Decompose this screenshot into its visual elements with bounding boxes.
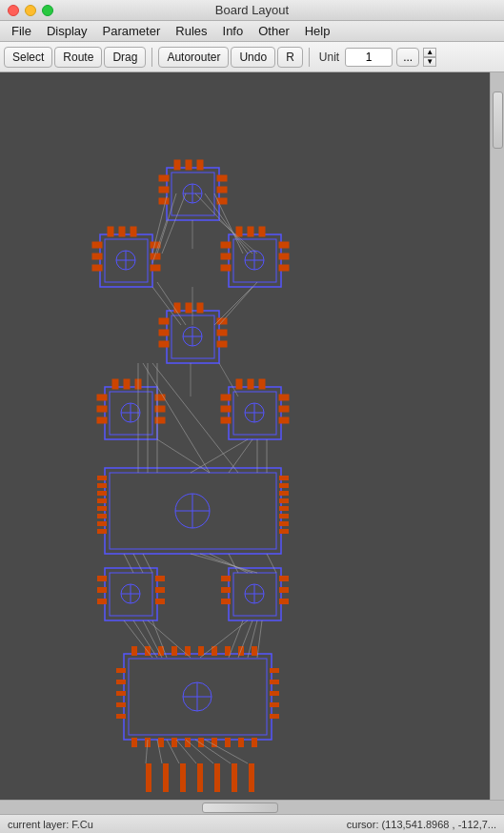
svg-rect-19 [92,265,102,271]
svg-rect-121 [221,599,231,604]
svg-rect-77 [279,406,289,412]
svg-rect-36 [279,265,289,271]
svg-rect-11 [197,160,203,170]
svg-rect-23 [108,227,113,236]
horizontal-scrollbar-thumb[interactable] [202,803,278,813]
svg-rect-123 [279,587,289,593]
svg-rect-25 [131,227,136,236]
svg-rect-53 [197,303,203,313]
canvas-area[interactable] [0,72,490,800]
svg-rect-39 [259,227,265,236]
select-button[interactable]: Select [4,47,52,68]
menu-info[interactable]: Info [215,22,252,40]
menu-rules[interactable]: Rules [168,22,214,40]
svg-rect-76 [279,395,289,400]
svg-rect-168 [232,763,237,792]
cursor-label: cursor: (113,541.8968 , -112,7... [347,819,496,830]
svg-rect-100 [279,514,289,518]
stepper-down[interactable]: ▼ [423,57,436,67]
menu-display[interactable]: Display [39,22,95,40]
svg-rect-66 [124,379,130,389]
svg-rect-10 [186,160,192,170]
horizontal-scrollbar[interactable] [0,800,504,814]
stepper-up[interactable]: ▲ [423,48,436,57]
svg-rect-63 [155,406,165,412]
svg-rect-130 [131,646,137,656]
svg-rect-112 [155,587,165,593]
svg-rect-9 [174,160,180,170]
svg-rect-113 [155,599,165,604]
more-button[interactable]: ... [396,48,419,67]
svg-rect-166 [197,763,203,792]
unit-label: Unit [319,51,339,64]
svg-rect-7 [217,187,227,193]
svg-rect-120 [221,587,231,593]
svg-rect-0 [0,72,490,800]
toolbar-separator-1 [151,48,152,67]
svg-rect-38 [248,227,253,236]
svg-rect-148 [238,738,244,747]
svg-rect-46 [159,330,169,335]
svg-rect-151 [116,680,126,684]
menu-parameter[interactable]: Parameter [95,22,169,40]
svg-rect-159 [270,714,279,719]
svg-rect-133 [171,646,177,656]
redo-button[interactable]: R [277,47,303,68]
pcb-canvas[interactable] [0,72,490,800]
svg-rect-22 [151,265,160,271]
svg-rect-143 [171,738,177,747]
svg-rect-60 [97,406,107,412]
svg-rect-32 [221,254,231,259]
svg-rect-18 [92,254,102,259]
svg-rect-91 [97,506,107,511]
svg-rect-156 [270,680,279,684]
svg-rect-139 [252,646,257,656]
svg-rect-158 [270,702,279,707]
svg-rect-153 [116,702,126,707]
minimize-button[interactable] [25,5,36,16]
svg-rect-49 [217,330,227,335]
svg-rect-47 [159,341,169,347]
svg-rect-144 [185,738,191,747]
svg-rect-140 [131,738,137,747]
svg-rect-17 [92,242,102,248]
svg-rect-81 [259,379,265,389]
svg-rect-124 [279,599,289,604]
close-button[interactable] [8,5,19,16]
svg-rect-31 [221,242,231,248]
svg-rect-109 [97,587,107,593]
undo-button[interactable]: Undo [231,47,275,68]
autorouter-button[interactable]: Autorouter [158,47,229,68]
menu-other[interactable]: Other [251,22,297,40]
svg-rect-3 [159,175,169,181]
svg-rect-157 [270,691,279,696]
svg-rect-98 [279,498,289,503]
vertical-scrollbar[interactable] [490,72,504,800]
svg-rect-95 [279,476,289,480]
svg-rect-149 [252,738,257,747]
svg-rect-37 [236,227,242,236]
svg-rect-102 [279,529,289,534]
svg-rect-154 [116,714,126,719]
menu-file[interactable]: File [4,22,39,40]
route-button[interactable]: Route [54,47,102,68]
traffic-lights [8,5,53,16]
unit-input[interactable] [345,48,393,67]
svg-rect-150 [116,668,126,673]
svg-rect-33 [221,265,231,271]
drag-button[interactable]: Drag [104,47,146,68]
toolbar-separator-2 [309,48,310,67]
svg-rect-152 [116,691,126,696]
maximize-button[interactable] [42,5,53,16]
svg-rect-6 [217,175,227,181]
svg-rect-50 [217,341,227,347]
svg-rect-24 [119,227,125,236]
svg-rect-45 [159,318,169,324]
vertical-scrollbar-thumb[interactable] [493,91,503,149]
unit-stepper[interactable]: ▲ ▼ [423,48,436,67]
svg-rect-169 [249,763,254,792]
svg-rect-78 [279,417,289,423]
titlebar: Board Layout [0,0,504,21]
svg-rect-73 [221,395,231,400]
menu-help[interactable]: Help [297,22,338,40]
